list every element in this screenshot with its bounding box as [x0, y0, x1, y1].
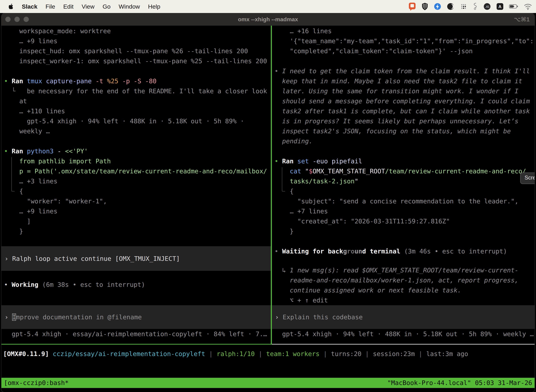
prompt-suggestion[interactable]: › Explain this codebase [272, 305, 535, 329]
terminal-line: • Ran python3 - <<'PY' [1, 146, 271, 156]
terminal-line: inspect_worker-1: omx sparkshell --tmux-… [1, 56, 271, 66]
tmux-status-bar: [omx-cczip0:bash* "MacBook-Pro-44.local"… [1, 378, 535, 388]
spacer [1, 271, 271, 280]
terminal-line: weekly … [1, 126, 271, 136]
terminal-line [1, 236, 271, 246]
terminal-line: ↳ 1 new msg(s): read $OMX_TEAM_STATE_ROO… [272, 265, 535, 275]
prompt-input[interactable]: › Improve documentation in @filename [1, 305, 271, 329]
menu-bar-status-icons: ..61A [408, 2, 536, 11]
terminal-line: keep that in mind. Maybe I also need the… [272, 76, 535, 86]
window-titlebar[interactable]: omx --xhigh --madmax ⌥⌘1 [1, 13, 535, 26]
bolt-circle-icon[interactable] [434, 3, 441, 10]
terminal-line: p = Path('.omx/state/team/review-current… [1, 166, 271, 176]
tmux-host-clock: "MacBook-Pro-44.local" 05:03 31-Mar-26 [387, 378, 532, 388]
terminal-line: gpt-5.4 xhigh · 94% left · 488K in · 5.1… [272, 329, 535, 339]
spacer [272, 256, 535, 265]
terminal-line: cat "$OMX_TEAM_STATE_ROOT/team/review-cu… [272, 166, 535, 176]
ralph-loop-banner: › Ralph loop active continue [OMX_TMUX_I… [1, 246, 271, 271]
terminal-line: } [1, 226, 271, 236]
terminal-line: • Waiting for background terminal (3m 46… [272, 246, 535, 256]
terminal-line: … +7 lines [272, 206, 535, 216]
terminal-line: should send a message before completing … [272, 96, 535, 106]
terminal-line: … +110 lines [1, 106, 271, 116]
terminal-line: … +9 lines [1, 206, 271, 216]
terminal-line: • Ran set -euo pipefail [272, 156, 535, 166]
terminal-line: { [1, 186, 271, 196]
terminal-line: workspace_mode: worktree [1, 26, 271, 36]
terminal-line: "subject": "send a concise recommendatio… [272, 196, 535, 206]
output-connector-line [282, 167, 285, 191]
terminal-line: "worker": "worker-1", [1, 196, 271, 206]
terminal-line: inspect_hud: omx sparkshell --tmux-pane … [1, 46, 271, 56]
terminal-line: … +16 lines [272, 26, 535, 36]
menu-go[interactable]: Go [103, 3, 110, 10]
dots-grid-icon[interactable] [460, 3, 467, 10]
badge-61-icon[interactable]: ..61 [483, 3, 491, 10]
menu-view[interactable]: View [81, 3, 94, 10]
omx-status-line: [OMX#0.11.9] cczip/essay/ai-reimplementa… [3, 349, 468, 359]
keypad-shield-icon[interactable] [421, 2, 428, 10]
menu-bar: SlackFileEditViewGoWindowHelp ..61A [0, 0, 536, 13]
tmux-pane-right[interactable]: … +16 lines '{"team_name":"my-team","tas… [272, 26, 535, 345]
window-title: omx --xhigh --madmax [1, 13, 535, 26]
terminal-line: "created_at": "2026-03-31T11:59:27.816Z" [272, 216, 535, 226]
terminal-line: later. Using the same for transition mig… [272, 86, 535, 96]
tmux-session-label: [omx-cczip0:bash* [4, 378, 69, 388]
input-source-icon[interactable]: A [496, 3, 504, 10]
menu-file[interactable]: File [46, 3, 55, 10]
terminal-line: } [272, 226, 535, 236]
terminal-line [272, 56, 535, 66]
window-shortcut-badge: ⌥⌘1 [514, 13, 530, 26]
wifi-icon[interactable] [524, 3, 532, 10]
terminal-line: ] [1, 216, 271, 226]
terminal-line [1, 136, 271, 146]
squiggle-icon[interactable] [473, 2, 478, 10]
terminal-line [272, 236, 535, 246]
spacer [1, 289, 271, 305]
terminal-line: "completed","claim_token":"claim-token"}… [272, 46, 535, 56]
terminal-line: readme-and-reco/mailbox/worker-1.json, a… [272, 275, 535, 285]
terminal-window: omx --xhigh --madmax ⌥⌘1 workspace_mode:… [1, 13, 535, 392]
menu-slack[interactable]: Slack [22, 3, 38, 10]
apple-menu-icon[interactable] [9, 4, 14, 9]
terminal-line: ⌥ + ↑ edit [272, 295, 535, 305]
svg-text:..61: ..61 [485, 5, 490, 8]
moon-circle-icon[interactable] [447, 3, 455, 10]
menu-help[interactable]: Help [148, 3, 160, 10]
terminal-line: pending. [272, 136, 535, 146]
terminal-line [1, 66, 271, 76]
chat-icon[interactable] [408, 2, 416, 11]
menu-window[interactable]: Window [119, 3, 140, 10]
menu-edit[interactable]: Edit [63, 3, 74, 10]
terminal-line: '{"team_name":"my-team","task_id":"1","f… [272, 36, 535, 46]
terminal-line: • I need to get the claim token from the… [272, 66, 535, 76]
terminal-line [272, 146, 535, 156]
terminal-line: gpt-5.4 xhigh · 94% left · 488K in · 5.1… [1, 116, 271, 126]
tmux-pane-left[interactable]: workspace_mode: worktree … +9 lines insp… [1, 26, 271, 345]
terminal-line: … +9 lines [1, 36, 271, 46]
screen-capture-button[interactable]: Scre [520, 173, 535, 184]
terminal-line: • Ran tmux capture-pane -t %25 -p -S -80 [1, 76, 271, 86]
terminal-line: continue assigned work or next feasible … [272, 285, 535, 295]
svg-text:A: A [498, 4, 501, 9]
terminal-line: at [1, 96, 271, 106]
terminal-line: • Working (6m 38s • esc to interrupt) [1, 280, 271, 289]
terminal-line: … +3 lines [1, 176, 271, 186]
output-connector-line [11, 157, 14, 191]
battery-icon[interactable] [509, 3, 518, 10]
terminal-line: from pathlib import Path [1, 156, 271, 166]
terminal-line: tasks/task-2.json" [272, 176, 535, 186]
terminal-line: gpt-5.4 xhigh · essay/ai-reimplementatio… [1, 329, 271, 339]
terminal-line: is in progress? It seems likely but perh… [272, 116, 535, 126]
terminal-line: task2 after task1 is complete, but can I… [272, 106, 535, 116]
terminal-line: inspect task2's JSON, focusing on the st… [272, 126, 535, 136]
app-menus: SlackFileEditViewGoWindowHelp [0, 3, 160, 10]
terminal-line: └ be necessary for the end of the README… [1, 86, 271, 96]
terminal-line: { [272, 186, 535, 196]
